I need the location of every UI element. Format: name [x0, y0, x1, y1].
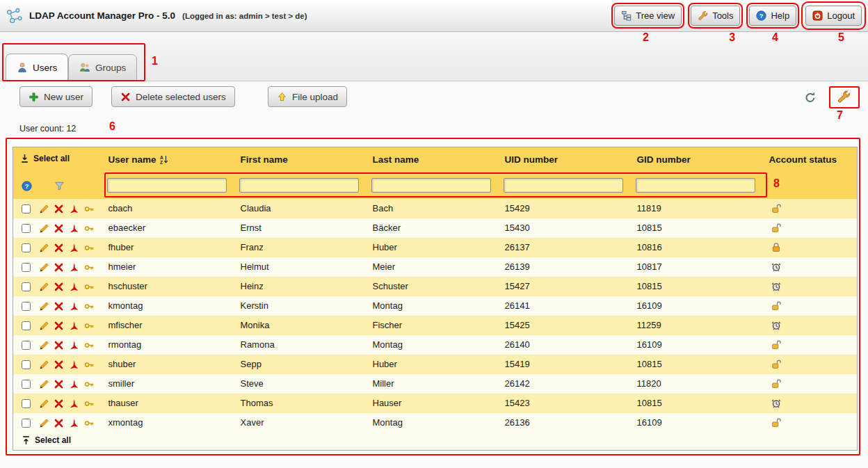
username-cell[interactable]: kmontag	[102, 296, 234, 316]
pdf-icon[interactable]	[69, 301, 79, 312]
settings-wrench-icon[interactable]	[837, 90, 851, 104]
password-key-icon[interactable]	[84, 379, 95, 389]
help-button[interactable]: Help 4	[749, 6, 796, 26]
password-key-icon[interactable]	[84, 321, 95, 331]
username-cell[interactable]: fhuber	[102, 238, 234, 257]
edit-pencil-icon[interactable]	[39, 223, 49, 234]
password-key-icon[interactable]	[84, 243, 95, 253]
filter-gid-number-input[interactable]	[636, 178, 755, 193]
row-select-checkbox[interactable]	[22, 399, 31, 408]
column-header-last-name[interactable]: Last name	[366, 147, 498, 172]
row-select-checkbox[interactable]	[22, 243, 31, 252]
delete-row-icon[interactable]	[54, 301, 64, 312]
pdf-icon[interactable]	[69, 204, 79, 214]
password-key-icon[interactable]	[84, 301, 95, 312]
pdf-icon[interactable]	[69, 282, 79, 292]
filter-last-name-input[interactable]	[371, 178, 491, 193]
username-cell[interactable]: xmontag	[102, 413, 234, 433]
delete-row-icon[interactable]	[54, 321, 64, 331]
row-select-checkbox[interactable]	[22, 380, 31, 389]
refresh-icon[interactable]	[804, 91, 817, 104]
row-select-checkbox[interactable]	[22, 204, 31, 213]
pdf-icon[interactable]	[69, 321, 79, 331]
help-filter-icon[interactable]	[22, 181, 32, 191]
pdf-icon[interactable]	[69, 340, 79, 350]
username-cell[interactable]: hschuster	[102, 277, 234, 296]
password-key-icon[interactable]	[84, 340, 95, 350]
edit-pencil-icon[interactable]	[39, 243, 49, 253]
row-select-checkbox[interactable]	[22, 419, 31, 428]
sort-icon[interactable]	[159, 154, 168, 165]
uid-number-cell: 26137	[498, 238, 630, 257]
delete-row-icon[interactable]	[54, 379, 64, 389]
delete-row-icon[interactable]	[54, 398, 64, 409]
username-cell[interactable]: rmontag	[102, 335, 234, 355]
password-key-icon[interactable]	[84, 418, 95, 428]
filter-user-name-input[interactable]	[107, 178, 227, 193]
username-cell[interactable]: cbach	[102, 199, 234, 218]
password-key-icon[interactable]	[84, 282, 95, 292]
logout-button[interactable]: Logout 5	[805, 6, 862, 26]
edit-pencil-icon[interactable]	[39, 282, 49, 292]
password-key-icon[interactable]	[84, 398, 95, 409]
tools-button[interactable]: Tools 3	[691, 6, 740, 26]
pdf-icon[interactable]	[69, 418, 79, 428]
delete-row-icon[interactable]	[54, 204, 64, 214]
username-cell[interactable]: smiller	[102, 374, 234, 394]
file-upload-button[interactable]: File upload	[268, 86, 347, 107]
delete-row-icon[interactable]	[54, 223, 64, 234]
filter-funnel-icon[interactable]	[54, 181, 65, 191]
edit-pencil-icon[interactable]	[39, 340, 49, 350]
row-select-checkbox[interactable]	[22, 360, 31, 369]
column-header-uid-number[interactable]: UID number	[498, 147, 630, 172]
row-select-checkbox[interactable]	[22, 302, 31, 311]
row-select-checkbox[interactable]	[22, 282, 31, 291]
username-cell[interactable]: mfischer	[102, 316, 234, 335]
password-key-icon[interactable]	[84, 360, 95, 370]
username-cell[interactable]: shuber	[102, 355, 234, 374]
first-name-cell: Sepp	[234, 355, 366, 374]
pdf-icon[interactable]	[69, 223, 79, 234]
edit-pencil-icon[interactable]	[39, 418, 49, 428]
pdf-icon[interactable]	[69, 243, 79, 253]
column-header-gid-number[interactable]: GID number	[630, 147, 762, 172]
delete-row-icon[interactable]	[54, 262, 64, 273]
new-user-button[interactable]: New user	[19, 86, 93, 107]
row-select-checkbox[interactable]	[22, 341, 31, 350]
tab-groups[interactable]: Groups	[68, 54, 137, 81]
password-key-icon[interactable]	[84, 262, 95, 273]
row-select-checkbox[interactable]	[22, 321, 31, 330]
edit-pencil-icon[interactable]	[39, 204, 49, 214]
delete-row-icon[interactable]	[54, 360, 64, 370]
username-cell[interactable]: thauser	[102, 394, 234, 413]
edit-pencil-icon[interactable]	[39, 379, 49, 389]
edit-pencil-icon[interactable]	[39, 360, 49, 370]
password-key-icon[interactable]	[84, 223, 95, 234]
column-header-first-name[interactable]: First name	[234, 147, 366, 172]
delete-row-icon[interactable]	[54, 418, 64, 428]
pdf-icon[interactable]	[69, 360, 79, 370]
delete-row-icon[interactable]	[54, 340, 64, 350]
row-select-checkbox[interactable]	[22, 263, 31, 272]
select-all-top[interactable]: Select all	[20, 154, 70, 163]
edit-pencil-icon[interactable]	[39, 398, 49, 409]
password-key-icon[interactable]	[84, 204, 95, 214]
edit-pencil-icon[interactable]	[39, 321, 49, 331]
tree-view-button[interactable]: Tree view 2	[614, 6, 682, 26]
edit-pencil-icon[interactable]	[39, 262, 49, 273]
tab-users[interactable]: Users	[6, 54, 68, 81]
filter-uid-number-input[interactable]	[504, 178, 623, 193]
row-select-checkbox[interactable]	[22, 224, 31, 233]
username-cell[interactable]: hmeier	[102, 257, 234, 277]
filter-first-name-input[interactable]	[239, 178, 359, 193]
delete-row-icon[interactable]	[54, 282, 64, 292]
delete-selected-users-button[interactable]: Delete selected users	[111, 86, 235, 107]
pdf-icon[interactable]	[69, 398, 79, 409]
pdf-icon[interactable]	[69, 379, 79, 389]
column-header-user-name[interactable]: User name	[102, 147, 234, 172]
edit-pencil-icon[interactable]	[39, 301, 49, 312]
username-cell[interactable]: ebaecker	[102, 218, 234, 238]
pdf-icon[interactable]	[69, 262, 79, 273]
delete-row-icon[interactable]	[54, 243, 64, 253]
select-all-bottom[interactable]: Select all	[22, 435, 71, 445]
